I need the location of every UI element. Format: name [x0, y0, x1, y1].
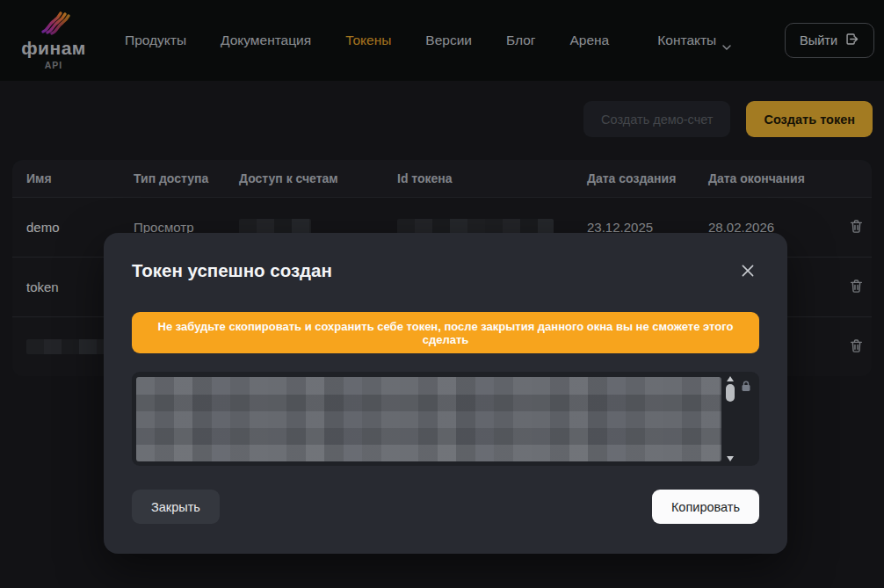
- scroll-down-arrow-icon[interactable]: [727, 456, 734, 461]
- page: финам API Продукты Документация Токены В…: [0, 0, 884, 588]
- token-created-modal: Токен успешно создан Не забудьте скопиро…: [104, 233, 787, 554]
- close-icon: [740, 263, 756, 279]
- modal-title: Токен успешно создан: [132, 260, 332, 281]
- lock-icon: [741, 380, 751, 396]
- token-value-box: [132, 372, 759, 466]
- modal-footer: Закрыть Копировать: [132, 490, 759, 524]
- redacted-token-value[interactable]: [136, 377, 721, 461]
- warning-banner: Не забудьте скопировать и сохранить себе…: [132, 312, 759, 353]
- scroll-up-arrow-icon[interactable]: [727, 376, 734, 381]
- modal-close-button[interactable]: Закрыть: [132, 490, 220, 524]
- modal-header: Токен успешно создан: [132, 259, 759, 282]
- warning-banner-text: Не забудьте скопировать и сохранить себе…: [146, 320, 745, 346]
- copy-token-button[interactable]: Копировать: [652, 490, 759, 524]
- scrollbar-thumb[interactable]: [726, 384, 735, 402]
- token-scrollbar[interactable]: [724, 374, 735, 463]
- close-modal-button[interactable]: [736, 259, 759, 282]
